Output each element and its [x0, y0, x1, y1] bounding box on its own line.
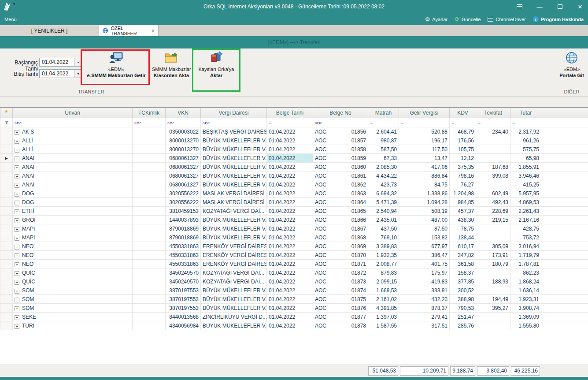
cell-belge-tarihi[interactable]: 01.04.2022	[267, 233, 313, 242]
expand-icon[interactable]: +	[15, 245, 19, 250]
table-row[interactable]: +DOG 3020556222 MASLAK VERGİ DAİRESİ 01.…	[0, 189, 588, 198]
cell-vergi-dairesi[interactable]: BÜYÜK MÜKELLEFLER V...	[201, 216, 267, 224]
cell-tckimlik[interactable]	[133, 251, 166, 260]
cell-vergi-dairesi[interactable]: ERENKÖY VERGİ DAİRESİ	[201, 251, 267, 260]
cell-kdv[interactable]: 438,30	[450, 216, 476, 224]
cell-tutar[interactable]: 65,98	[510, 154, 541, 163]
cell-vergi-dairesi[interactable]: BÜYÜK MÜKELLEFLER V...	[201, 286, 267, 295]
cell-belge-tarihi[interactable]: 01.04.2022	[267, 189, 313, 198]
col-header-tckimlik[interactable]: TCKimlik	[133, 108, 166, 118]
cell-tckimlik[interactable]	[133, 207, 166, 216]
cell-tutar[interactable]: 1.923,31	[510, 295, 541, 304]
cell-unvan[interactable]: +QUİC	[13, 268, 133, 277]
cell-unvan[interactable]: +ŞEKE	[13, 313, 133, 321]
table-row[interactable]: +NEO' 4550331863 ERENKÖY VERGİ DAİRESİ 0…	[0, 251, 588, 260]
cell-gelir-vergisi[interactable]: 417,06	[399, 163, 450, 171]
cell-unvan[interactable]: +DOG	[13, 198, 133, 207]
cell-vergi-dairesi[interactable]: BÜYÜK MÜKELLEFLER V...	[201, 224, 267, 233]
cell-belge-tarihi[interactable]: 01.04.2022	[267, 145, 313, 154]
cell-vkn[interactable]: 0350003022	[166, 127, 201, 136]
table-row[interactable]: +GROI 1440037893 BÜYÜK MÜKELLEFLER V... …	[0, 216, 588, 224]
cell-belge-no[interactable]: AOC01867	[313, 224, 368, 233]
cell-vkn[interactable]: 4550331863	[166, 251, 201, 260]
cell-tutar[interactable]: 961,26	[510, 136, 541, 145]
expand-icon[interactable]: +	[15, 130, 19, 135]
cell-tutar[interactable]: 1.787,81	[510, 260, 541, 268]
cell-matrah[interactable]: 4.434,22	[368, 171, 399, 180]
cell-gelir-vergisi[interactable]: 87,50	[399, 224, 450, 233]
cell-belge-tarihi[interactable]: 01.04.2022	[267, 198, 313, 207]
cell-kdv[interactable]: 347,82	[450, 251, 476, 260]
maximize-button[interactable]	[556, 3, 563, 10]
row-indicator[interactable]	[0, 321, 13, 330]
filter-tckimlik[interactable]: aBc	[133, 118, 166, 127]
cell-tutar[interactable]: 1.369,09	[510, 313, 541, 321]
cell-belge-no[interactable]: AOC01875	[313, 295, 368, 304]
table-row[interactable]: +AK S 0350003022 BEŞİKTAŞ VERGİ DAİRESİ …	[0, 127, 588, 136]
cell-belge-tarihi[interactable]: 01.04.2022	[267, 180, 313, 189]
cell-tckimlik[interactable]	[133, 268, 166, 277]
cell-kdv[interactable]: 798,16	[450, 171, 476, 180]
start-date-dropdown-icon[interactable]: ▼	[74, 58, 81, 66]
cell-kdv[interactable]: 76,27	[450, 180, 476, 189]
cell-gelir-vergisi[interactable]: 333,91	[399, 286, 450, 295]
table-row[interactable]: +ALLİ 8000013270 BÜYÜK MÜKELLEFLER V... …	[0, 136, 588, 145]
cell-matrah[interactable]: 2.085,30	[368, 163, 399, 171]
row-indicator[interactable]	[0, 198, 13, 207]
cell-belge-no[interactable]: AOC01857	[313, 136, 368, 145]
cell-belge-no[interactable]: AOC01868	[313, 233, 368, 242]
cell-kdv[interactable]: 78,75	[450, 224, 476, 233]
cell-belge-no[interactable]: AOC01864	[313, 198, 368, 207]
cell-belge-tarihi[interactable]: 01.04.2022	[267, 268, 313, 277]
cell-gelir-vergisi[interactable]: 886,84	[399, 171, 450, 180]
cell-unvan[interactable]: +ANAI	[13, 154, 133, 163]
tab-yenilikler[interactable]: [ YENİLİKLER ]	[0, 25, 99, 36]
cell-vergi-dairesi[interactable]: BÜYÜK MÜKELLEFLER V...	[201, 233, 267, 242]
row-indicator[interactable]	[0, 251, 13, 260]
cell-belge-no[interactable]: AOC01871	[313, 260, 368, 268]
cell-unvan[interactable]: +ETHİ	[13, 207, 133, 216]
cell-belge-tarihi[interactable]: 01.04.2022	[267, 136, 313, 145]
cell-gelir-vergisi[interactable]: 117,50	[399, 145, 450, 154]
row-indicator[interactable]	[0, 260, 13, 268]
row-indicator[interactable]	[0, 180, 13, 189]
cell-gelir-vergisi[interactable]: 175,97	[399, 268, 450, 277]
cell-tckimlik[interactable]	[133, 260, 166, 268]
table-row[interactable]: +SOM 3870197553 BÜYÜK MÜKELLEFLER V... 0…	[0, 304, 588, 313]
table-row[interactable]: +ANAI 0680061327 BÜYÜK MÜKELLEFLER V... …	[0, 163, 588, 171]
col-header-belge-no[interactable]: Belge No	[313, 108, 368, 118]
expand-icon[interactable]: +	[15, 253, 19, 258]
cell-unvan[interactable]: +AK S	[13, 127, 133, 136]
row-indicator[interactable]	[0, 207, 13, 216]
cell-vkn[interactable]: 8440013568	[166, 313, 201, 321]
cell-vergi-dairesi[interactable]: MASLAK VERGİ DAİRESİ	[201, 189, 267, 198]
table-row[interactable]: ▶ +ANAI 0680061327 BÜYÜK MÜKELLEFLER V..…	[0, 154, 588, 163]
cell-vkn[interactable]: 3020556222	[166, 198, 201, 207]
cell-unvan[interactable]: +SOM	[13, 304, 133, 313]
cell-vergi-dairesi[interactable]: BÜYÜK MÜKELLEFLER V...	[201, 171, 267, 180]
cell-gelir-vergisi[interactable]: 487,00	[399, 216, 450, 224]
cell-matrah[interactable]: 3.389,83	[368, 242, 399, 251]
cell-matrah[interactable]: 2.161,02	[368, 295, 399, 304]
cell-tevkifat[interactable]: 194,49	[476, 295, 510, 304]
cell-tckimlik[interactable]	[133, 295, 166, 304]
cell-tevkifat[interactable]	[476, 233, 510, 242]
cell-matrah[interactable]: 980,87	[368, 136, 399, 145]
cell-tutar[interactable]: 2.167,16	[510, 216, 541, 224]
cell-kdv[interactable]: 388,98	[450, 295, 476, 304]
cell-unvan[interactable]: +GROI	[13, 216, 133, 224]
cell-gelir-vergisi[interactable]: 520,88	[399, 127, 450, 136]
fetch-esmmm-button[interactable]: «EDM» e-SMMM Makbuzları Getir	[83, 50, 150, 79]
cell-vergi-dairesi[interactable]: BEŞİKTAŞ VERGİ DAİRESİ	[201, 127, 267, 136]
cell-belge-tarihi[interactable]: 01.04.2022	[267, 277, 313, 286]
table-row[interactable]: +ŞEKE 8440013568 ZİNCİRLİKUYU VERGİ D...…	[0, 313, 588, 321]
expand-icon[interactable]: +	[15, 174, 19, 179]
cell-gelir-vergisi[interactable]: 677,97	[399, 242, 450, 251]
col-header-vkn[interactable]: VKN	[166, 108, 201, 118]
cell-belge-no[interactable]: AOC01876	[313, 304, 368, 313]
cell-tckimlik[interactable]	[133, 233, 166, 242]
row-indicator[interactable]	[0, 136, 13, 145]
expand-icon[interactable]: +	[15, 209, 19, 214]
cell-unvan[interactable]: +ALLİ	[13, 145, 133, 154]
minimize-button[interactable]: —	[536, 3, 543, 10]
